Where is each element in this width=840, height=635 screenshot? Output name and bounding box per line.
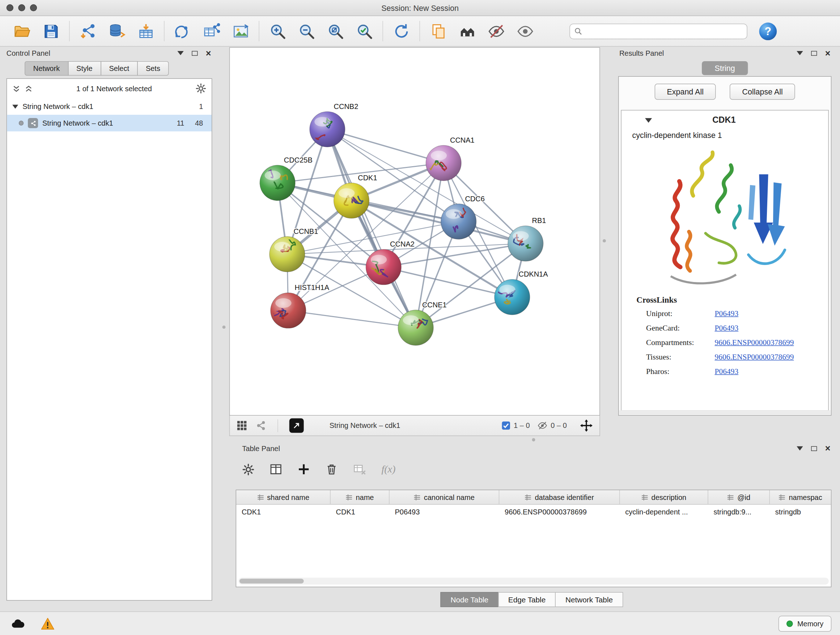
zoom-in-button[interactable] [263, 18, 292, 44]
zoom-out-button[interactable] [292, 18, 321, 44]
import-network-file-button[interactable] [73, 18, 103, 44]
graphics-details-off-button[interactable] [482, 18, 510, 44]
network-node-RB1[interactable]: RB1 [508, 217, 546, 261]
table-cell[interactable]: 9606.ENSP00000378699 [499, 505, 620, 519]
expand-all-icon[interactable] [25, 84, 33, 92]
collapse-all-button[interactable]: Collapse All [730, 84, 795, 100]
window-controls[interactable] [6, 4, 37, 11]
selected-checkbox-icon[interactable] [501, 421, 510, 430]
tab-select[interactable]: Select [101, 61, 138, 76]
search-input[interactable] [583, 27, 743, 35]
network-view[interactable]: CCNB2CCNA1CDC25BCDK1CDC6RB1CCNB1CCNA2CDK… [229, 47, 600, 416]
import-table-button[interactable] [131, 18, 160, 44]
column-header-database-identifier[interactable]: database identifier [499, 490, 620, 504]
column-header-name[interactable]: name [331, 490, 390, 504]
delete-column-trash-icon[interactable] [325, 463, 338, 476]
column-header-shared-name[interactable]: shared name [236, 490, 331, 504]
cloud-status-button[interactable] [8, 616, 28, 632]
table-horizontal-scrollbar[interactable] [238, 578, 829, 584]
network-node-CDC25B[interactable]: CDC25B [260, 156, 312, 201]
panel-menu-caret-icon[interactable] [797, 447, 803, 451]
zoom-fit-button[interactable] [321, 18, 350, 44]
network-collection-row[interactable]: String Network – cdk1 1 [7, 98, 212, 115]
network-edge[interactable] [384, 267, 512, 297]
panel-menu-caret-icon[interactable] [797, 51, 803, 55]
table-settings-gear-icon[interactable] [242, 463, 254, 475]
protein-section-header[interactable]: CDK1 [622, 111, 829, 130]
horizontal-splitter-handle[interactable] [532, 438, 535, 441]
column-header-canonical-name[interactable]: canonical name [390, 490, 500, 504]
crosslink-value-link[interactable]: 9606.ENSP00000378699 [715, 352, 829, 361]
tree-expand-caret-icon[interactable] [12, 104, 18, 109]
column-header--id[interactable]: @id [708, 490, 770, 504]
vertical-splitter-handle[interactable] [223, 325, 226, 329]
network-node-CDKN1A[interactable]: CDKN1A [494, 270, 548, 315]
column-header-namespac[interactable]: namespac [770, 490, 831, 504]
table-cell[interactable]: stringdb:9... [708, 505, 770, 519]
network-node-CCNA1[interactable]: CCNA1 [426, 136, 474, 181]
copy-pages-button[interactable] [424, 18, 453, 44]
tab-sets[interactable]: Sets [137, 61, 169, 76]
results-scroll-strip[interactable] [619, 410, 830, 415]
help-button[interactable]: ? [758, 21, 778, 41]
vertical-splitter-handle[interactable] [603, 239, 606, 242]
tab-node-table[interactable]: Node Table [440, 592, 499, 607]
warnings-button[interactable] [38, 616, 58, 632]
network-node-HIST1H1A[interactable]: HIST1H1A [271, 283, 330, 328]
network-row[interactable]: String Network – cdk1 11 48 [7, 115, 212, 131]
scrollbar-thumb[interactable] [240, 578, 304, 583]
network-from-table-button[interactable] [197, 18, 226, 44]
network-canvas[interactable]: CCNB2CCNA1CDC25BCDK1CDC6RB1CCNB1CCNA2CDK… [230, 48, 600, 415]
table-cell[interactable]: CDK1 [236, 505, 331, 519]
tab-string[interactable]: String [702, 61, 748, 75]
network-node-CCNB2[interactable]: CCNB2 [309, 103, 358, 147]
table-cell[interactable]: stringdb [770, 505, 831, 519]
refresh-button[interactable] [387, 18, 416, 44]
graphics-details-on-button[interactable] [510, 18, 539, 44]
memory-button[interactable]: Memory [778, 616, 831, 632]
table-cell[interactable]: CDK1 [331, 505, 390, 519]
save-session-button[interactable] [36, 18, 65, 44]
grid-view-icon[interactable] [236, 420, 248, 431]
tab-network[interactable]: Network [25, 61, 68, 76]
tab-network-table[interactable]: Network Table [555, 592, 623, 607]
network-edge[interactable] [288, 310, 416, 328]
column-header-description[interactable]: description [620, 490, 708, 504]
section-collapse-caret-icon[interactable] [645, 118, 652, 122]
double-house-button[interactable] [453, 18, 482, 44]
panel-menu-caret-icon[interactable] [177, 51, 184, 55]
clone-network-button[interactable] [168, 18, 197, 44]
import-network-database-button[interactable] [103, 18, 131, 44]
collapse-all-icon[interactable] [12, 84, 20, 92]
expand-all-button[interactable]: Expand All [654, 84, 716, 100]
network-edge[interactable] [327, 129, 444, 163]
network-edge[interactable] [327, 129, 416, 328]
crosslink-value-link[interactable]: P06493 [715, 309, 829, 318]
pan-crosshair-icon[interactable] [579, 419, 593, 432]
search-box[interactable] [569, 23, 747, 39]
table-cell[interactable]: cyclin-dependent ... [620, 505, 708, 519]
float-panel-icon[interactable] [192, 51, 197, 55]
tab-style[interactable]: Style [68, 61, 101, 76]
float-panel-icon[interactable] [811, 51, 817, 55]
zoom-selected-button[interactable] [350, 18, 379, 44]
gear-icon[interactable] [196, 83, 207, 94]
network-overview-icon[interactable] [255, 420, 266, 431]
close-panel-icon[interactable]: × [206, 49, 211, 57]
crosslink-value-link[interactable]: P06493 [715, 323, 829, 333]
minimize-window-button[interactable] [18, 4, 25, 11]
tab-edge-table[interactable]: Edge Table [498, 592, 556, 607]
hidden-eye-slash-icon[interactable] [537, 420, 547, 431]
table-cell[interactable]: P06493 [390, 505, 500, 519]
export-image-button[interactable] [226, 18, 255, 44]
close-panel-icon[interactable]: × [825, 49, 831, 57]
crosslink-value-link[interactable]: 9606.ENSP00000378699 [715, 338, 829, 347]
detach-view-button[interactable] [289, 418, 304, 432]
table-data-row[interactable]: CDK1CDK1P064939606.ENSP00000378699cyclin… [236, 505, 831, 519]
zoom-window-button[interactable] [30, 4, 37, 11]
crosslink-value-link[interactable]: P06493 [715, 367, 829, 376]
show-columns-icon[interactable] [270, 463, 283, 476]
open-session-button[interactable] [8, 18, 36, 44]
close-window-button[interactable] [6, 4, 13, 11]
close-panel-icon[interactable]: × [825, 444, 831, 453]
